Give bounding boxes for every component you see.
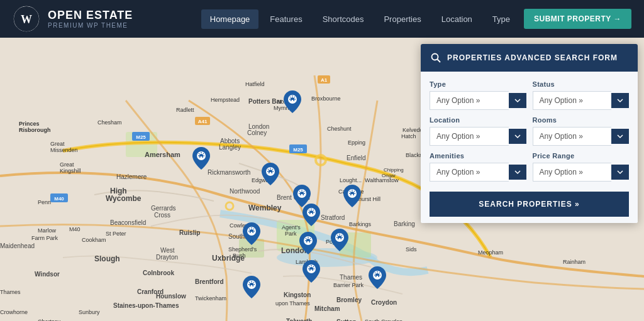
search-panel-header: PROPERTIES ADVANCED SEARCH FORM [421,44,638,72]
svg-text:Colney: Colney [247,129,267,136]
location-label: Location [430,116,526,124]
rooms-select-wrapper[interactable]: Any Option » [533,127,630,146]
location-select-wrapper[interactable]: Any Option » [430,127,526,146]
svg-text:Barrier Park: Barrier Park [333,282,364,288]
search-panel: PROPERTIES ADVANCED SEARCH FORM Type Any… [421,44,638,223]
rooms-label: Rooms [533,116,630,124]
pin-icon [299,232,317,254]
svg-text:upon Thames: upon Thames [275,300,310,307]
map-pin[interactable] [243,222,260,245]
site-title: OPEN ESTATE [48,9,133,22]
svg-text:Amersham: Amersham [145,151,180,158]
status-select-btn[interactable] [611,93,629,108]
map-pin[interactable] [303,204,320,226]
svg-text:Sutton: Sutton [336,318,357,321]
amenities-select-text: Any Option » [430,163,509,182]
svg-text:Great: Great [50,141,65,147]
svg-text:Drayton: Drayton [156,254,178,261]
search-properties-button[interactable]: SEARCH PROPERTIES » [430,192,629,217]
svg-text:Tolworth: Tolworth [286,318,312,321]
pin-icon [262,163,279,185]
submit-property-button[interactable]: SUBMIT PROPERTY → [524,9,631,29]
site-subtitle: PREMIUM WP THEME [48,22,133,29]
map-pin[interactable] [299,232,317,254]
form-group-status: Status Any Option » [533,80,630,110]
svg-text:Maidenhead: Maidenhead [0,242,35,249]
status-label: Status [533,80,630,88]
svg-text:Cookham: Cookham [82,237,106,243]
type-label: Type [430,80,526,88]
form-row-location-rooms: Location Any Option » Rooms Any Option » [430,116,629,146]
nav-item-features[interactable]: Features [261,9,311,29]
nav-item-type[interactable]: Type [484,9,519,29]
nav-item-shortcodes[interactable]: Shortcodes [314,9,373,29]
map-pin[interactable] [243,276,260,298]
search-form: Type Any Option » Status Any Option » [421,72,638,223]
svg-text:Potters Bar: Potters Bar [248,98,282,105]
map-pin[interactable] [369,266,386,289]
status-select-wrapper[interactable]: Any Option » [533,91,630,110]
svg-text:Barking: Barking [394,220,415,227]
map-pin[interactable] [284,90,301,113]
price-range-select-text: Any Option » [533,163,612,182]
svg-text:Risborough: Risborough [19,127,51,133]
svg-text:Ruislip: Ruislip [179,229,200,236]
pin-icon [243,222,260,245]
map-pin[interactable] [262,163,279,185]
form-row-amenities-price: Amenities Any Option » Price Range Any O… [430,152,629,182]
svg-text:Thames: Thames [340,274,362,281]
svg-text:Windsor: Windsor [35,271,60,278]
pin-icon [303,204,320,226]
nav-item-location[interactable]: Location [433,9,481,29]
location-select-btn[interactable] [509,129,526,144]
pin-icon [331,229,348,251]
map-pin[interactable] [343,185,361,207]
form-row-type-status: Type Any Option » Status Any Option » [430,80,629,110]
map-pin[interactable] [331,229,348,251]
price-range-select-wrapper[interactable]: Any Option » [533,163,630,182]
svg-text:Marlow: Marlow [38,227,57,234]
svg-line-133 [438,60,441,63]
svg-text:Sids: Sids [406,246,417,253]
chevron-down-icon [514,97,521,104]
price-range-select-btn[interactable] [611,165,629,180]
svg-text:Ongar: Ongar [382,173,396,178]
svg-text:W: W [21,13,32,26]
svg-text:Hatfield: Hatfield [245,81,265,87]
svg-text:Meopham: Meopham [478,249,503,256]
svg-text:Mitcham: Mitcham [314,305,340,312]
logo-area: W OPEN ESTATE PREMIUM WP THEME [13,5,133,33]
nav-item-homepage[interactable]: Homepage [201,9,259,29]
form-group-location: Location Any Option » [430,116,526,146]
svg-text:A41: A41 [198,119,208,124]
svg-text:Great: Great [60,161,74,168]
svg-text:Slough: Slough [94,254,120,263]
svg-text:Princes: Princes [19,121,40,127]
search-panel-title: PROPERTIES ADVANCED SEARCH FORM [447,53,618,62]
form-group-price-range: Price Range Any Option » [533,152,630,182]
nav-item-properties[interactable]: Properties [375,9,430,29]
svg-point-132 [432,54,438,60]
chevron-down-icon [617,133,623,139]
amenities-select-wrapper[interactable]: Any Option » [430,163,526,182]
pin-icon [369,266,386,289]
map-pin[interactable] [303,260,320,283]
svg-text:St Peter: St Peter [106,231,126,237]
rooms-select-btn[interactable] [611,129,629,144]
svg-text:Chipping: Chipping [384,167,404,173]
svg-text:Thames: Thames [0,289,21,295]
amenities-label: Amenities [430,152,526,160]
svg-text:Park: Park [285,231,297,237]
svg-text:Cheshunt: Cheshunt [327,126,352,132]
search-icon [431,53,441,63]
pin-icon [343,185,361,207]
type-select-btn[interactable] [509,93,526,108]
pin-icon [284,90,301,113]
map-pin[interactable] [192,147,210,170]
location-select-text: Any Option » [430,127,509,146]
chevron-down-icon [617,97,623,104]
amenities-select-btn[interactable] [509,165,526,180]
svg-text:Northwood: Northwood [230,188,260,195]
type-select-wrapper[interactable]: Any Option » [430,91,526,110]
svg-text:Missenden: Missenden [50,147,78,153]
